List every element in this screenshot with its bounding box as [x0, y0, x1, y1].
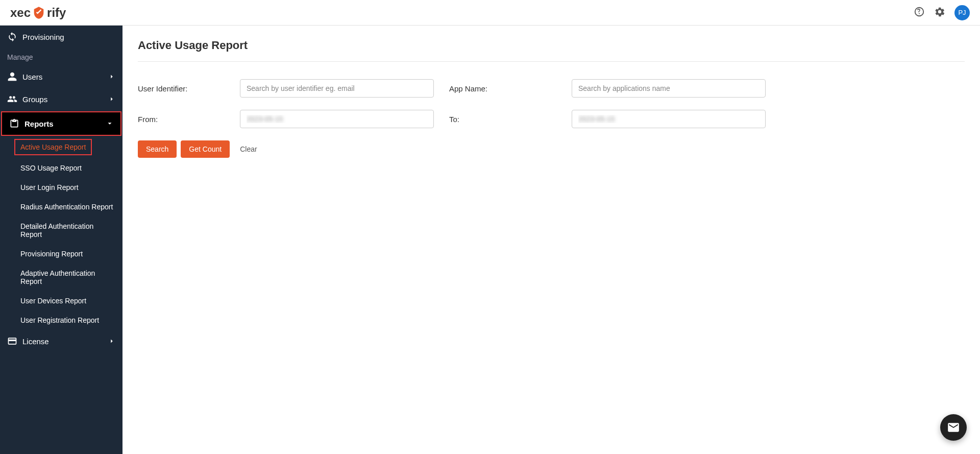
subnav-user-login-report[interactable]: User Login Report: [0, 178, 120, 197]
brand-logo[interactable]: xec rify: [10, 6, 66, 20]
subnav-active-usage-report[interactable]: Active Usage Report: [14, 139, 92, 155]
main-content: Active Usage Report User Identifier: App…: [122, 26, 980, 454]
sidebar-item-label: Groups: [22, 95, 103, 104]
from-date-input[interactable]: [240, 110, 434, 128]
from-date-label: From:: [138, 115, 225, 124]
sidebar-item-label: Users: [22, 73, 103, 81]
user-icon: [7, 71, 17, 82]
filter-grid: User Identifier: App Name: From: To:: [138, 79, 965, 128]
sidebar-item-reports[interactable]: Reports: [1, 111, 121, 136]
card-icon: [7, 336, 17, 346]
chevron-right-icon: [108, 338, 115, 345]
to-date-label: To:: [449, 115, 556, 124]
chevron-right-icon: [108, 95, 115, 103]
gear-icon[interactable]: [934, 6, 945, 19]
chat-fab[interactable]: [940, 414, 967, 441]
get-count-button[interactable]: Get Count: [181, 140, 230, 158]
avatar[interactable]: PJ: [954, 5, 970, 20]
sidebar-item-users[interactable]: Users: [0, 65, 122, 88]
groups-icon: [7, 94, 17, 104]
user-identifier-label: User Identifier:: [138, 84, 225, 93]
sidebar-item-provisioning[interactable]: Provisioning: [0, 26, 122, 48]
subnav-detailed-auth-report[interactable]: Detailed Authentication Report: [0, 217, 120, 244]
subnav-user-registration-report[interactable]: User Registration Report: [0, 310, 120, 330]
mail-icon: [947, 421, 960, 434]
to-date-input[interactable]: [572, 110, 766, 128]
chevron-down-icon: [106, 120, 113, 127]
subnav-adaptive-auth-report[interactable]: Adaptive Authentication Report: [0, 264, 120, 291]
sidebar: Provisioning Manage Users Groups Reports…: [0, 26, 122, 454]
reports-subnav: Active Usage Report SSO Usage Report Use…: [0, 136, 122, 330]
logo-text-rify: rify: [47, 6, 66, 20]
logo-text-xec: xec: [10, 6, 31, 20]
action-row: Search Get Count Clear: [138, 140, 965, 158]
sync-icon: [7, 32, 17, 42]
search-button[interactable]: Search: [138, 140, 177, 158]
logo-check-icon: [32, 6, 46, 20]
help-icon[interactable]: [914, 6, 925, 19]
subnav-radius-auth-report[interactable]: Radius Authentication Report: [0, 197, 120, 217]
sidebar-item-label: License: [22, 337, 103, 346]
clear-button[interactable]: Clear: [234, 140, 263, 158]
chevron-right-icon: [108, 73, 115, 80]
subnav-provisioning-report[interactable]: Provisioning Report: [0, 244, 120, 264]
user-identifier-input[interactable]: [240, 79, 434, 98]
sidebar-item-label: Provisioning: [22, 33, 115, 41]
top-header: xec rify PJ: [0, 0, 980, 26]
sidebar-item-label: Reports: [24, 120, 101, 128]
sidebar-item-license[interactable]: License: [0, 330, 122, 352]
subnav-user-devices-report[interactable]: User Devices Report: [0, 291, 120, 310]
clipboard-icon: [9, 118, 19, 129]
subnav-sso-usage-report[interactable]: SSO Usage Report: [0, 158, 120, 178]
main-layout: Provisioning Manage Users Groups Reports…: [0, 26, 980, 454]
page-title: Active Usage Report: [138, 39, 965, 62]
sidebar-item-groups[interactable]: Groups: [0, 88, 122, 110]
header-actions: PJ: [914, 5, 970, 20]
sidebar-section-manage: Manage: [0, 48, 122, 65]
app-name-label: App Name:: [449, 84, 556, 93]
app-name-input[interactable]: [572, 79, 766, 98]
